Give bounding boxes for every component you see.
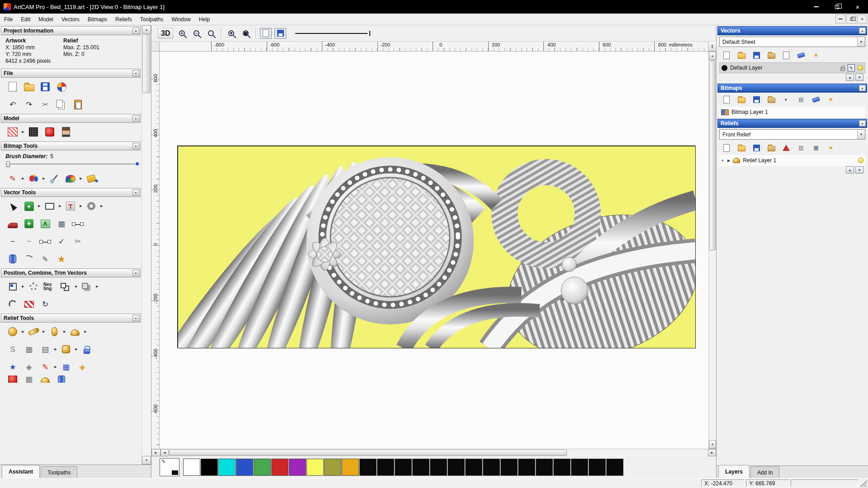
stamp-relief-button[interactable]: ◈ [74, 360, 90, 374]
colour-swatch[interactable] [395, 459, 412, 476]
colour-swatch[interactable] [271, 459, 288, 476]
relief-calculate-button[interactable]: ▦ [811, 143, 821, 153]
project-information-collapse-button[interactable]: ▲ [132, 28, 139, 34]
assistant-scroll-thumb[interactable] [142, 34, 151, 93]
texture-relief-button[interactable]: ▦ [58, 360, 74, 374]
model-size-flyout-arrow[interactable]: ▶ [21, 125, 25, 139]
vector-layer-name[interactable]: Default Layer [730, 65, 838, 71]
snap-guides-toggle[interactable] [274, 28, 286, 39]
ruler-options-button[interactable]: ▲ ▼ [708, 42, 716, 51]
model-section-header[interactable]: Model ▲ [1, 114, 141, 123]
canvas-hscroll-track[interactable] [567, 449, 708, 456]
bitmap-layer-name[interactable]: Bitmap Layer 1 [731, 109, 863, 115]
open-relief-layer-button[interactable] [736, 143, 747, 153]
pane-splitter-button[interactable]: ▶ [151, 449, 160, 456]
menu-bitmaps[interactable]: Bitmaps [84, 14, 111, 25]
bitmaps-collapse-button[interactable]: ▲ [859, 85, 866, 91]
copy-button[interactable] [53, 97, 70, 112]
bitmap-levels-button[interactable]: ▤ [796, 94, 807, 104]
join-vectors-button[interactable]: ✓ [53, 234, 70, 249]
reliefs-header[interactable]: Reliefs ▲ [717, 119, 867, 128]
assistant-scroll-up-button[interactable]: ▲ [142, 25, 151, 34]
transform-vectors-button[interactable]: + [21, 199, 37, 213]
canvas-scroll-left-button[interactable]: ◀ [160, 449, 169, 456]
zoom-in-button[interactable]: + [176, 28, 188, 39]
colour-swatch[interactable] [377, 459, 394, 476]
layer-edit-button[interactable]: ✎ [848, 64, 855, 71]
vector-sheet-combo[interactable]: Default Sheet ▼ [719, 37, 865, 47]
slider-handle[interactable] [6, 161, 10, 167]
colour-swatch[interactable] [307, 459, 324, 476]
palette-flyout-arrow[interactable]: ▶ [79, 171, 83, 186]
redo-button[interactable]: ↷ [21, 97, 37, 112]
bitmap-wand-button[interactable]: ★ [826, 94, 836, 104]
save-model-button[interactable] [37, 80, 53, 94]
colour-swatch[interactable] [218, 459, 236, 476]
sculpt-flyout-arrow[interactable]: ▶ [62, 324, 67, 339]
paint-tool-button[interactable]: ✎ [5, 171, 21, 186]
colour-swatch[interactable] [430, 459, 447, 476]
current-colour-indicator[interactable]: ✎ [160, 458, 179, 476]
undo-button[interactable]: ↶ [5, 97, 21, 112]
relief-tools-collapse-button[interactable]: ▲ [132, 315, 139, 321]
import-bitm-layer-button[interactable] [766, 94, 777, 104]
texture-brush-flyout-arrow[interactable]: ▶ [53, 360, 58, 374]
adjust-colour-button[interactable] [42, 125, 58, 139]
smooth-flyout-arrow[interactable]: ▶ [42, 324, 46, 339]
colour-swatch[interactable] [324, 459, 341, 476]
colour-palette-button[interactable] [62, 171, 79, 186]
dome-flyout-arrow[interactable]: ▶ [83, 324, 88, 339]
create-point-button[interactable]: − [5, 234, 21, 249]
trim-vectors-button[interactable]: ✂ [70, 234, 86, 249]
zoom-fit-button[interactable]: ▦ [240, 28, 251, 39]
zoom-out-button[interactable]: − [190, 28, 202, 39]
paint-selective-button[interactable] [25, 171, 42, 186]
canvas-scroll-up-button[interactable]: ▲ [709, 52, 716, 60]
smooth-relief-button[interactable] [25, 324, 42, 339]
extrude-tool-button[interactable] [5, 252, 21, 266]
bitmap-contrast-button[interactable]: ◐ [781, 94, 792, 104]
open-model-button[interactable] [21, 80, 37, 94]
mdi-restore-button[interactable] [846, 14, 856, 23]
create-text-button[interactable]: T [62, 199, 79, 213]
file-section-collapse-button[interactable]: ▲ [132, 70, 139, 76]
tab-toolpaths[interactable]: Toolpaths [41, 466, 77, 478]
tab-add-in[interactable]: Add In [750, 466, 780, 478]
menu-window[interactable]: Window [167, 14, 195, 25]
bitmap-tools-header[interactable]: Bitmap Tools ▲ [1, 141, 141, 150]
zoom-window-button[interactable] [205, 28, 217, 39]
open-vector-layer-button[interactable] [736, 50, 747, 60]
colour-swatch[interactable] [465, 459, 482, 476]
colour-swatch[interactable] [236, 459, 253, 476]
relief-layer-row[interactable]: + ▶ Relief Layer 1 [719, 155, 865, 166]
star-relief-button[interactable]: ★ [5, 360, 21, 374]
colour-swatch[interactable] [183, 459, 200, 476]
cut-button[interactable]: ✂ [37, 97, 53, 112]
menu-toolpaths[interactable]: Toolpaths [136, 14, 167, 25]
layer-visibility-bulb[interactable] [858, 65, 863, 70]
group-vectors-button[interactable] [58, 279, 74, 294]
merge-vector-layers-button[interactable]: ★ [811, 50, 821, 60]
colour-swatch[interactable] [500, 459, 518, 476]
group-flyout-arrow[interactable]: ▶ [74, 279, 79, 294]
view-3d-button[interactable]: 3D [158, 28, 173, 39]
nesting-button[interactable]: Nes ting [42, 279, 58, 294]
create-star-button[interactable]: ★ [53, 252, 70, 266]
colour-swatch[interactable] [589, 459, 606, 476]
create-polyline-button[interactable] [70, 216, 86, 231]
assistant-scroll-track[interactable] [142, 94, 151, 456]
weave-wizard-button[interactable]: ▦ [21, 342, 37, 357]
colour-swatch[interactable] [606, 459, 623, 476]
text-flyout-arrow[interactable]: ▶ [79, 199, 83, 213]
cushion-relief-button[interactable]: ◈ [21, 360, 37, 374]
bitmap-layer-row[interactable]: Bitmap Layer 1 [719, 107, 865, 117]
assistant-scrollbar[interactable]: ▲ ▼ [142, 25, 151, 465]
paint-selective-flyout-arrow[interactable]: ▶ [42, 171, 46, 186]
block-copy-flyout-arrow[interactable]: ▶ [95, 279, 99, 294]
library-flyout-arrow[interactable]: ▶ [53, 342, 58, 357]
colour-swatch[interactable] [342, 459, 359, 476]
relief-layer-name[interactable]: Relief Layer 1 [743, 157, 855, 164]
paint-flyout-arrow[interactable]: ▶ [21, 171, 25, 186]
vector-sheet-dropdown-button[interactable]: ▼ [857, 37, 865, 47]
colour-swatch[interactable] [289, 459, 306, 476]
